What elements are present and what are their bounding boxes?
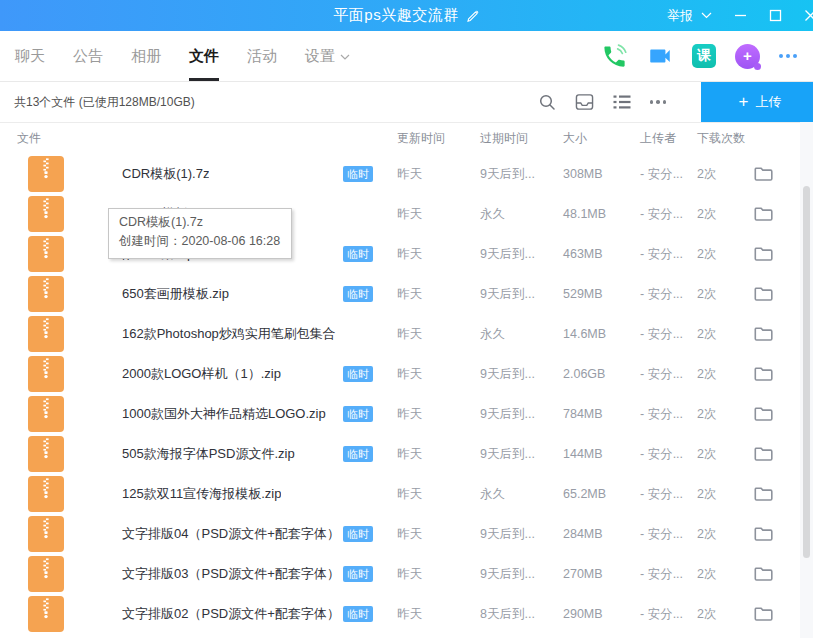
- update-time: 昨天: [397, 274, 422, 314]
- tab-files[interactable]: 文件: [189, 31, 219, 81]
- update-time: 昨天: [397, 314, 422, 354]
- file-name: 文字排版02（PSD源文件+配套字体）.zip: [122, 594, 338, 634]
- folder-icon[interactable]: [754, 605, 773, 622]
- uploader: - 安分...: [640, 594, 683, 634]
- file-row[interactable]: 505款海报字体PSD源文件.zip 临时 昨天 9天后到... 144MB -…: [0, 434, 813, 474]
- update-time: 昨天: [397, 194, 422, 234]
- file-name: 162款Photoshop炒鸡实用笔刷包集合（1.zip: [122, 314, 338, 354]
- search-icon[interactable]: [538, 93, 556, 111]
- file-tooltip: CDR模板(1).7z 创建时间：2020-08-06 16:28: [108, 208, 292, 259]
- zip-file-icon: [28, 236, 64, 272]
- file-row[interactable]: 文字排版03（PSD源文件+配套字体）.zip 临时 昨天 9天后到... 27…: [0, 554, 813, 594]
- file-row[interactable]: 文字排版04（PSD源文件+配套字体）.zip 临时 昨天 9天后到... 28…: [0, 514, 813, 554]
- tab-chat-label: 聊天: [15, 47, 45, 66]
- file-row[interactable]: CDR模板(1).7z 临时 昨天 9天后到... 308MB - 安分... …: [0, 154, 813, 194]
- file-toolbar: + 上传: [538, 82, 813, 122]
- folder-icon[interactable]: [754, 405, 773, 422]
- file-summary-bar: 共13个文件 (已使用128MB/10GB) + 上传: [0, 82, 813, 123]
- class-icon[interactable]: 课: [692, 44, 716, 68]
- uploader: - 安分...: [640, 394, 683, 434]
- tab-announcement-label: 公告: [73, 47, 103, 66]
- tab-files-label: 文件: [189, 47, 219, 66]
- titlebar: 平面ps兴趣交流群 举报: [0, 0, 813, 31]
- file-name: 650套画册模板.zip: [122, 274, 229, 314]
- uploader: - 安分...: [640, 474, 683, 514]
- download-count: 2次: [697, 514, 716, 554]
- folder-icon[interactable]: [754, 165, 773, 182]
- file-row[interactable]: 文字排版02（PSD源文件+配套字体）.zip 临时 昨天 8天后到... 29…: [0, 594, 813, 634]
- tab-album-label: 相册: [131, 47, 161, 66]
- close-button[interactable]: [803, 9, 813, 23]
- invite-member-icon[interactable]: +: [735, 44, 760, 69]
- uploader: - 安分...: [640, 434, 683, 474]
- zip-file-icon: [28, 276, 64, 312]
- file-name: 文字排版04（PSD源文件+配套字体）.zip: [122, 514, 338, 554]
- zip-file-icon: [28, 196, 64, 232]
- temp-badge: 临时: [343, 366, 373, 382]
- scrollbar-thumb[interactable]: [803, 186, 810, 558]
- group-name: 平面ps兴趣交流群: [333, 6, 458, 25]
- folder-icon[interactable]: [754, 365, 773, 382]
- column-updated: 更新时间: [397, 123, 445, 154]
- folder-icon[interactable]: [754, 565, 773, 582]
- video-call-icon[interactable]: [647, 43, 673, 69]
- file-row[interactable]: 2000款LOGO样机（1）.zip 临时 昨天 9天后到... 2.06GB …: [0, 354, 813, 394]
- temp-badge: 临时: [343, 566, 373, 582]
- more-actions-icon[interactable]: [779, 54, 797, 58]
- column-size: 大小: [563, 123, 587, 154]
- folder-icon[interactable]: [754, 525, 773, 542]
- file-row[interactable]: 125款双11宣传海报模板.zip 昨天 永久 65.2MB - 安分... 2…: [0, 474, 813, 514]
- temp-badge: 临时: [343, 286, 373, 302]
- scrollbar-track: [800, 122, 813, 638]
- update-time: 昨天: [397, 354, 422, 394]
- tab-announcement[interactable]: 公告: [73, 31, 103, 81]
- zip-file-icon: [28, 596, 64, 632]
- folder-icon[interactable]: [754, 245, 773, 262]
- file-name: 2000款LOGO样机（1）.zip: [122, 354, 281, 394]
- temp-badge: 临时: [343, 606, 373, 622]
- folder-icon[interactable]: [754, 205, 773, 222]
- file-size: 2.06GB: [563, 354, 605, 394]
- file-row[interactable]: 650套画册模板.zip 临时 昨天 9天后到... 529MB - 安分...…: [0, 274, 813, 314]
- download-count: 2次: [697, 314, 716, 354]
- expire-time: 永久: [480, 194, 505, 234]
- file-size: 290MB: [563, 594, 603, 634]
- maximize-button[interactable]: [768, 9, 782, 23]
- tab-chat[interactable]: 聊天: [15, 31, 45, 81]
- file-size: 308MB: [563, 154, 603, 194]
- zip-file-icon: [28, 396, 64, 432]
- folder-icon[interactable]: [754, 285, 773, 302]
- list-view-icon[interactable]: [613, 94, 631, 110]
- upload-button-label: 上传: [755, 93, 781, 111]
- more-tools-icon[interactable]: [650, 100, 667, 104]
- file-size: 463MB: [563, 234, 603, 274]
- zip-file-icon: [28, 316, 64, 352]
- window-controls: 举报: [667, 0, 813, 31]
- expire-time: 9天后到...: [480, 234, 535, 274]
- report-button[interactable]: 举报: [667, 7, 712, 25]
- edit-group-name-icon[interactable]: [466, 9, 480, 23]
- chevron-down-icon: [701, 12, 712, 19]
- folder-icon[interactable]: [754, 325, 773, 342]
- voice-call-icon[interactable]: [601, 43, 628, 70]
- download-count: 2次: [697, 194, 716, 234]
- folder-icon[interactable]: [754, 445, 773, 462]
- expire-time: 9天后到...: [480, 274, 535, 314]
- tab-settings[interactable]: 设置: [305, 31, 350, 81]
- folder-icon[interactable]: [754, 485, 773, 502]
- tab-album[interactable]: 相册: [131, 31, 161, 81]
- minimize-button[interactable]: [733, 9, 747, 23]
- file-row[interactable]: 1000款国外大神作品精选LOGO.zip 临时 昨天 9天后到... 784M…: [0, 394, 813, 434]
- file-row[interactable]: 162款Photoshop炒鸡实用笔刷包集合（1.zip 昨天 永久 14.6M…: [0, 314, 813, 354]
- temp-badge: 临时: [343, 166, 373, 182]
- download-tray-icon[interactable]: [575, 93, 594, 111]
- download-count: 2次: [697, 234, 716, 274]
- report-label: 举报: [667, 7, 693, 25]
- tab-activity[interactable]: 活动: [247, 31, 277, 81]
- update-time: 昨天: [397, 594, 422, 634]
- upload-button[interactable]: + 上传: [701, 82, 813, 122]
- file-size: 48.1MB: [563, 194, 606, 234]
- expire-time: 9天后到...: [480, 394, 535, 434]
- file-name: 1000款国外大神作品精选LOGO.zip: [122, 394, 326, 434]
- tabbar: 聊天 公告 相册 文件 活动 设置 课: [0, 31, 813, 82]
